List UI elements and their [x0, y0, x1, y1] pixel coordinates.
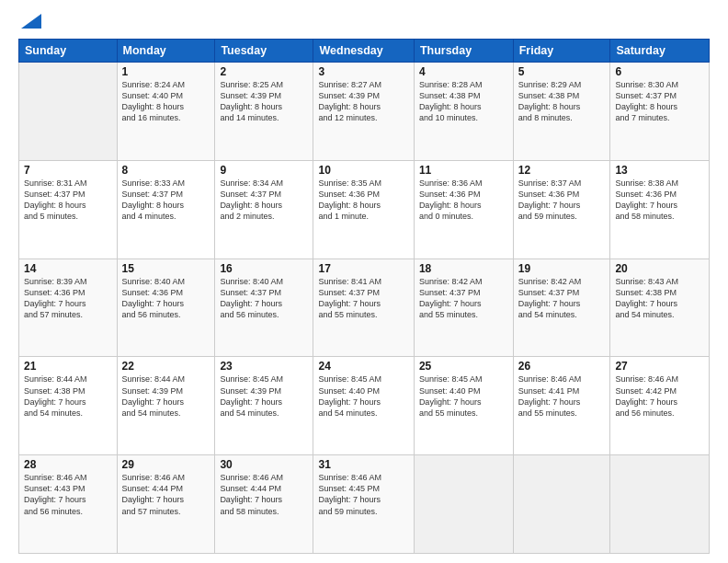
day-cell: 22Sunrise: 8:44 AM Sunset: 4:39 PM Dayli…: [117, 357, 215, 455]
weekday-friday: Friday: [513, 40, 610, 63]
day-number: 3: [318, 65, 408, 78]
day-cell: 1Sunrise: 8:24 AM Sunset: 4:40 PM Daylig…: [117, 63, 215, 161]
day-cell: [19, 63, 118, 161]
weekday-sunday: Sunday: [19, 40, 118, 63]
day-info: Sunrise: 8:36 AM Sunset: 4:36 PM Dayligh…: [419, 178, 508, 223]
day-number: 18: [419, 262, 508, 275]
calendar: SundayMondayTuesdayWednesdayThursdayFrid…: [18, 39, 710, 554]
day-info: Sunrise: 8:37 AM Sunset: 4:36 PM Dayligh…: [518, 178, 606, 223]
day-cell: 4Sunrise: 8:28 AM Sunset: 4:38 PM Daylig…: [414, 63, 513, 161]
day-number: 27: [615, 360, 704, 373]
day-number: 9: [220, 164, 308, 177]
day-info: Sunrise: 8:45 AM Sunset: 4:40 PM Dayligh…: [419, 373, 508, 419]
day-number: 26: [518, 360, 606, 373]
day-info: Sunrise: 8:24 AM Sunset: 4:40 PM Dayligh…: [122, 79, 210, 124]
day-info: Sunrise: 8:43 AM Sunset: 4:38 PM Dayligh…: [615, 276, 704, 321]
day-info: Sunrise: 8:34 AM Sunset: 4:37 PM Dayligh…: [220, 178, 308, 223]
day-info: Sunrise: 8:30 AM Sunset: 4:37 PM Dayligh…: [615, 79, 704, 124]
day-cell: 21Sunrise: 8:44 AM Sunset: 4:38 PM Dayli…: [19, 357, 118, 455]
weekday-thursday: Thursday: [414, 40, 513, 63]
weekday-row: SundayMondayTuesdayWednesdayThursdayFrid…: [19, 40, 710, 63]
day-number: 29: [122, 458, 210, 471]
day-number: 1: [122, 65, 210, 78]
day-number: 4: [419, 65, 508, 78]
day-info: Sunrise: 8:38 AM Sunset: 4:36 PM Dayligh…: [615, 178, 704, 223]
day-info: Sunrise: 8:35 AM Sunset: 4:36 PM Dayligh…: [318, 178, 408, 223]
day-cell: 27Sunrise: 8:46 AM Sunset: 4:42 PM Dayli…: [610, 357, 710, 455]
day-info: Sunrise: 8:27 AM Sunset: 4:39 PM Dayligh…: [318, 79, 408, 124]
day-number: 7: [24, 164, 112, 177]
day-info: Sunrise: 8:46 AM Sunset: 4:45 PM Dayligh…: [318, 472, 408, 517]
day-cell: 17Sunrise: 8:41 AM Sunset: 4:37 PM Dayli…: [313, 259, 414, 357]
day-cell: 20Sunrise: 8:43 AM Sunset: 4:38 PM Dayli…: [610, 259, 710, 357]
day-cell: 7Sunrise: 8:31 AM Sunset: 4:37 PM Daylig…: [19, 160, 118, 259]
day-number: 6: [615, 65, 704, 78]
day-cell: [513, 455, 610, 554]
day-cell: 11Sunrise: 8:36 AM Sunset: 4:36 PM Dayli…: [414, 160, 513, 259]
day-cell: 24Sunrise: 8:45 AM Sunset: 4:40 PM Dayli…: [313, 357, 414, 455]
day-number: 10: [318, 164, 408, 177]
week-row-4: 21Sunrise: 8:44 AM Sunset: 4:38 PM Dayli…: [19, 357, 710, 455]
day-cell: 12Sunrise: 8:37 AM Sunset: 4:36 PM Dayli…: [513, 160, 610, 259]
day-info: Sunrise: 8:40 AM Sunset: 4:37 PM Dayligh…: [220, 276, 308, 321]
day-number: 5: [518, 65, 606, 78]
day-info: Sunrise: 8:44 AM Sunset: 4:38 PM Dayligh…: [24, 373, 112, 419]
day-info: Sunrise: 8:45 AM Sunset: 4:39 PM Dayligh…: [220, 373, 308, 419]
day-info: Sunrise: 8:44 AM Sunset: 4:39 PM Dayligh…: [122, 373, 210, 419]
day-info: Sunrise: 8:46 AM Sunset: 4:44 PM Dayligh…: [220, 472, 308, 517]
day-number: 24: [318, 360, 408, 373]
day-info: Sunrise: 8:45 AM Sunset: 4:40 PM Dayligh…: [318, 373, 408, 419]
day-info: Sunrise: 8:42 AM Sunset: 4:37 PM Dayligh…: [518, 276, 606, 321]
day-number: 23: [220, 360, 308, 373]
weekday-monday: Monday: [117, 40, 215, 63]
day-number: 30: [220, 458, 308, 471]
day-cell: 26Sunrise: 8:46 AM Sunset: 4:41 PM Dayli…: [513, 357, 610, 455]
logo: [18, 17, 41, 31]
day-info: Sunrise: 8:41 AM Sunset: 4:37 PM Dayligh…: [318, 276, 408, 321]
logo-area: [18, 17, 41, 31]
day-info: Sunrise: 8:46 AM Sunset: 4:44 PM Dayligh…: [122, 472, 210, 517]
weekday-tuesday: Tuesday: [215, 40, 313, 63]
day-cell: 5Sunrise: 8:29 AM Sunset: 4:38 PM Daylig…: [513, 63, 610, 161]
day-cell: 19Sunrise: 8:42 AM Sunset: 4:37 PM Dayli…: [513, 259, 610, 357]
day-number: 11: [419, 164, 508, 177]
day-info: Sunrise: 8:46 AM Sunset: 4:43 PM Dayligh…: [24, 472, 112, 517]
day-info: Sunrise: 8:25 AM Sunset: 4:39 PM Dayligh…: [220, 79, 308, 124]
day-cell: 23Sunrise: 8:45 AM Sunset: 4:39 PM Dayli…: [215, 357, 313, 455]
day-number: 21: [24, 360, 112, 373]
week-row-2: 7Sunrise: 8:31 AM Sunset: 4:37 PM Daylig…: [19, 160, 710, 259]
day-cell: 30Sunrise: 8:46 AM Sunset: 4:44 PM Dayli…: [215, 455, 313, 554]
day-cell: 14Sunrise: 8:39 AM Sunset: 4:36 PM Dayli…: [19, 259, 118, 357]
day-info: Sunrise: 8:46 AM Sunset: 4:42 PM Dayligh…: [615, 373, 704, 419]
day-cell: 25Sunrise: 8:45 AM Sunset: 4:40 PM Dayli…: [414, 357, 513, 455]
day-cell: 9Sunrise: 8:34 AM Sunset: 4:37 PM Daylig…: [215, 160, 313, 259]
day-info: Sunrise: 8:46 AM Sunset: 4:41 PM Dayligh…: [518, 373, 606, 419]
day-info: Sunrise: 8:42 AM Sunset: 4:37 PM Dayligh…: [419, 276, 508, 321]
day-number: 28: [24, 458, 112, 471]
day-cell: 8Sunrise: 8:33 AM Sunset: 4:37 PM Daylig…: [117, 160, 215, 259]
weekday-saturday: Saturday: [610, 40, 710, 63]
day-cell: 29Sunrise: 8:46 AM Sunset: 4:44 PM Dayli…: [117, 455, 215, 554]
day-number: 14: [24, 262, 112, 275]
day-number: 13: [615, 164, 704, 177]
day-cell: 16Sunrise: 8:40 AM Sunset: 4:37 PM Dayli…: [215, 259, 313, 357]
day-cell: 6Sunrise: 8:30 AM Sunset: 4:37 PM Daylig…: [610, 63, 710, 161]
day-number: 16: [220, 262, 308, 275]
day-number: 17: [318, 262, 408, 275]
header: [18, 17, 710, 31]
svg-marker-0: [21, 14, 41, 29]
day-cell: 15Sunrise: 8:40 AM Sunset: 4:36 PM Dayli…: [117, 259, 215, 357]
day-cell: 2Sunrise: 8:25 AM Sunset: 4:39 PM Daylig…: [215, 63, 313, 161]
logo-icon: [21, 14, 41, 29]
day-info: Sunrise: 8:31 AM Sunset: 4:37 PM Dayligh…: [24, 178, 112, 223]
calendar-header: SundayMondayTuesdayWednesdayThursdayFrid…: [19, 40, 710, 63]
weekday-wednesday: Wednesday: [313, 40, 414, 63]
day-number: 22: [122, 360, 210, 373]
day-info: Sunrise: 8:33 AM Sunset: 4:37 PM Dayligh…: [122, 178, 210, 223]
day-cell: [414, 455, 513, 554]
day-number: 20: [615, 262, 704, 275]
day-info: Sunrise: 8:28 AM Sunset: 4:38 PM Dayligh…: [419, 79, 508, 124]
day-info: Sunrise: 8:29 AM Sunset: 4:38 PM Dayligh…: [518, 79, 606, 124]
day-number: 8: [122, 164, 210, 177]
calendar-body: 1Sunrise: 8:24 AM Sunset: 4:40 PM Daylig…: [19, 63, 710, 554]
